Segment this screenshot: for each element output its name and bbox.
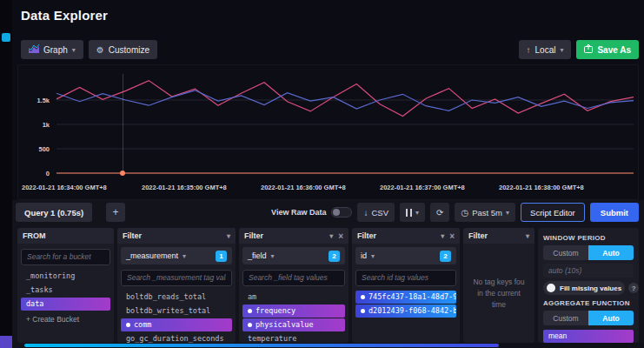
save-as-button[interactable]: Save As [576, 40, 639, 59]
selected-count-badge: 1 [216, 251, 227, 262]
x-axis-tick: 2022-01-21 16:38:00 GMT+8 [499, 184, 584, 191]
bucket-item[interactable]: _monitoring [21, 270, 110, 283]
id-search-input[interactable] [355, 270, 456, 286]
toggle-knob [333, 209, 340, 216]
tag-value-item-selected[interactable]: frequency [242, 304, 345, 318]
query-tab[interactable]: Query 1 (0.75s) [16, 203, 92, 222]
tag-value-item[interactable]: boltdb_reads_total [121, 291, 232, 304]
chart-hover-dot [120, 171, 125, 176]
window-period-value[interactable]: auto (10s) [543, 264, 634, 278]
tag-value-item-selected[interactable]: physicalvalue [242, 318, 345, 331]
create-bucket-link[interactable]: + Create Bucket [21, 313, 110, 326]
chevron-down-icon[interactable]: ▾ [329, 232, 333, 240]
chevron-down-icon[interactable]: ▾ [526, 232, 529, 240]
fill-missing-values-toggle[interactable]: Fill missing values [543, 281, 625, 295]
measurement-search-input[interactable] [121, 270, 232, 286]
selected-dot-icon [361, 309, 365, 313]
chart-crosshair [123, 74, 123, 173]
x-axis-tick: 2022-01-21 16:34:00 GMT+8 [22, 184, 107, 191]
window-auto-button[interactable]: Auto [588, 245, 634, 260]
window-period-label: WINDOW PERIOD [543, 234, 634, 242]
app-logo-icon[interactable] [2, 33, 10, 42]
add-query-button[interactable]: + [106, 203, 125, 222]
tag-value-item[interactable]: go_gc_duration_seconds [121, 332, 232, 344]
tag-key-dropdown[interactable]: _field ▾ 2 [242, 247, 345, 264]
chevron-down-icon[interactable]: ▾ [441, 232, 444, 240]
scope-label: Local [535, 45, 556, 55]
scope-dropdown[interactable]: ↑ Local ▾ [519, 40, 572, 59]
window-period-segmented: Custom Auto [543, 245, 634, 260]
tag-value-item-selected[interactable]: d2012439-f068-4842-bfef-8… [355, 304, 456, 318]
view-toolbar: Graph ▾ ⚙ Customize [21, 40, 157, 59]
tag-key-dropdown[interactable]: _measurement ▾ 1 [121, 247, 232, 264]
tag-value-item-selected[interactable]: comm [121, 318, 232, 331]
window-aggregate-panel: WINDOW PERIOD Custom Auto auto (10s) Fil… [538, 228, 639, 343]
from-panel-title: FROM [23, 231, 46, 240]
user-avatar[interactable] [0, 336, 12, 348]
tag-key-label: _field [248, 251, 267, 260]
time-range-dropdown[interactable]: ◷ Past 5m ▾ [455, 203, 515, 222]
close-icon[interactable]: × [338, 231, 343, 241]
filter-panel-title: Filter [244, 231, 263, 240]
x-axis: 2022-01-21 16:34:00 GMT+8 2022-01-21 16:… [18, 184, 640, 194]
clock-icon: ◷ [461, 208, 468, 218]
tag-value-item[interactable]: am [242, 291, 345, 304]
line-chart[interactable] [18, 70, 640, 185]
empty-filter-message: No tag keys fou in the current time [467, 277, 531, 311]
tag-value-item[interactable]: temperature [242, 332, 345, 344]
tag-value-item-selected[interactable]: 745fc437-18a1-48d7-98a6-7… [355, 291, 456, 304]
chart-panel[interactable]: 1.5k 1k 500 0 2022-01-21 16:34:00 GMT+8 … [17, 64, 639, 200]
pause-button[interactable]: ▾ [400, 203, 425, 222]
filter-panel-title: Filter [123, 231, 142, 240]
from-panel: FROM _monitoring _tasks data + Create Bu… [17, 228, 114, 343]
chevron-down-icon: ▾ [271, 252, 275, 260]
x-axis-tick: 2022-01-21 16:35:00 GMT+8 [142, 184, 227, 191]
empty-filter-panel: Filter ▾ No tag keys fou in the current … [463, 228, 534, 343]
bucket-search-input[interactable] [21, 249, 110, 265]
chevron-down-icon: ▾ [371, 252, 375, 260]
save-toolbar: ↑ Local ▾ Save As [519, 40, 639, 59]
horizontal-scrollbar[interactable] [24, 343, 644, 348]
measurement-list: boltdb_reads_total boltdb_writes_total c… [121, 290, 232, 344]
toggle-knob [547, 284, 555, 292]
help-question-icon[interactable]: ? [628, 283, 639, 293]
view-type-dropdown[interactable]: Graph ▾ [21, 40, 83, 59]
script-editor-button[interactable]: Script Editor [521, 203, 585, 222]
close-icon[interactable]: × [449, 231, 455, 241]
aggregate-segmented: Custom Auto [543, 311, 634, 325]
selected-dot-icon [248, 309, 252, 313]
upload-icon: ↑ [527, 45, 531, 55]
csv-label: CSV [371, 208, 388, 218]
aggregate-function-item-selected[interactable]: mean [543, 330, 634, 343]
filter-panel-header: Filter ▾ [463, 228, 534, 244]
submit-button[interactable]: Submit [590, 203, 639, 222]
tag-key-dropdown[interactable]: id ▾ 2 [355, 247, 456, 264]
bucket-list: _monitoring _tasks data [21, 269, 110, 311]
aggregate-custom-button[interactable]: Custom [543, 311, 588, 325]
gear-icon: ⚙ [96, 45, 104, 55]
chevron-down-icon: ▾ [72, 46, 76, 54]
page-title: Data Explorer [21, 8, 108, 23]
aggregate-function-label: AGGREGATE FUNCTION [543, 299, 634, 307]
filter-panel-header: Filter ▾ × [352, 228, 460, 244]
id-filter-panel: Filter ▾ × id ▾ 2 745fc437-18a1-48d7-98a… [352, 228, 460, 343]
csv-download-button[interactable]: ↓ CSV [357, 203, 395, 222]
window-custom-button[interactable]: Custom [543, 245, 588, 260]
bucket-item-selected[interactable]: data [21, 298, 110, 311]
selected-count-badge: 2 [440, 251, 451, 262]
aggregate-auto-button[interactable]: Auto [588, 311, 634, 325]
customize-label: Customize [109, 45, 149, 55]
chevron-down-icon[interactable]: ▾ [227, 232, 230, 240]
chevron-down-icon: ▾ [506, 209, 509, 217]
customize-button[interactable]: ⚙ Customize [89, 40, 157, 59]
bucket-item[interactable]: _tasks [21, 284, 110, 297]
chevron-down-icon: ▾ [183, 252, 186, 260]
filter-panel-header: Filter ▾ [117, 228, 236, 244]
refresh-button[interactable]: ⟳ [430, 203, 449, 222]
tag-value-item[interactable]: boltdb_writes_total [121, 304, 232, 318]
view-raw-data-toggle[interactable] [331, 207, 352, 218]
nav-rail [0, 0, 12, 348]
field-search-input[interactable] [242, 270, 345, 286]
scrollbar-thumb[interactable] [24, 344, 499, 347]
chevron-down-icon: ▾ [560, 46, 563, 54]
